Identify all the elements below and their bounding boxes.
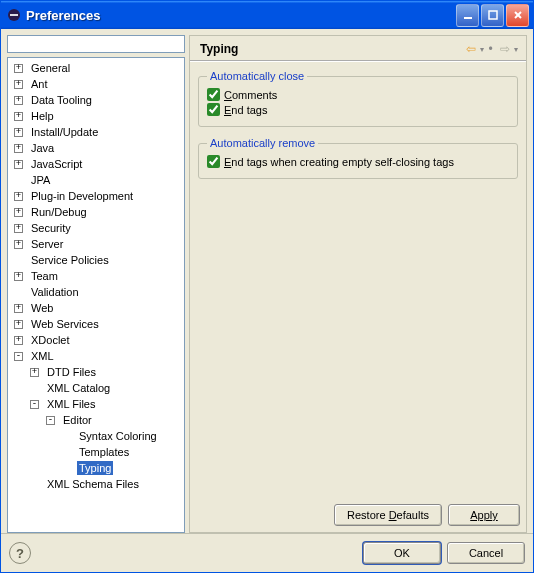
expand-icon[interactable]: + — [14, 160, 23, 169]
tree-item[interactable]: +JavaScript — [8, 156, 184, 172]
tree-item-label: Java — [29, 141, 56, 155]
tree-item[interactable]: +General — [8, 60, 184, 76]
expand-icon[interactable]: + — [30, 368, 39, 377]
expand-icon[interactable]: + — [14, 320, 23, 329]
tree-item[interactable]: Validation — [8, 284, 184, 300]
tree-item[interactable]: +Ant — [8, 76, 184, 92]
expander-spacer — [62, 432, 71, 441]
expand-icon[interactable]: + — [14, 96, 23, 105]
ok-button[interactable]: OK — [363, 542, 441, 564]
check-comments-box[interactable] — [207, 88, 220, 101]
tree-item-label: Service Policies — [29, 253, 111, 267]
check-comments-label: Comments — [224, 89, 277, 101]
svg-rect-1 — [10, 14, 18, 16]
maximize-button[interactable] — [481, 4, 504, 27]
preferences-window: Preferences +General+Ant+Data Tooling+He… — [0, 0, 534, 573]
tree-item[interactable]: +Install/Update — [8, 124, 184, 140]
tree-item[interactable]: Typing — [8, 460, 184, 476]
check-selfclosing[interactable]: End tags when creating empty self-closin… — [207, 155, 509, 168]
tree-item[interactable]: +Data Tooling — [8, 92, 184, 108]
svg-line-5 — [515, 12, 521, 18]
tree-item-label: Team — [29, 269, 60, 283]
tree-item-label: Web Services — [29, 317, 101, 331]
tree-item-label: Help — [29, 109, 56, 123]
restore-defaults-button[interactable]: Restore Defaults — [334, 504, 442, 526]
tree-item[interactable]: +Plug-in Development — [8, 188, 184, 204]
page-header: Typing ⇦ ▾ • ⇨ ▾ — [190, 36, 526, 62]
expand-icon[interactable]: + — [14, 128, 23, 137]
close-button[interactable] — [506, 4, 529, 27]
tree-item[interactable]: -XML Files — [8, 396, 184, 412]
collapse-icon[interactable]: - — [30, 400, 39, 409]
window-controls — [456, 4, 529, 27]
cancel-button[interactable]: Cancel — [447, 542, 525, 564]
back-icon[interactable]: ⇦ — [463, 42, 479, 56]
check-comments[interactable]: Comments — [207, 88, 509, 101]
window-title: Preferences — [7, 8, 456, 23]
preference-tree[interactable]: +General+Ant+Data Tooling+Help+Install/U… — [7, 57, 185, 533]
tree-item[interactable]: +Web — [8, 300, 184, 316]
expand-icon[interactable]: + — [14, 112, 23, 121]
tree-item[interactable]: -Editor — [8, 412, 184, 428]
tree-item[interactable]: XML Catalog — [8, 380, 184, 396]
minimize-button[interactable] — [456, 4, 479, 27]
group-auto-remove-legend: Automatically remove — [207, 137, 318, 149]
check-endtags-label: End tags — [224, 104, 267, 116]
tree-item-label: Run/Debug — [29, 205, 89, 219]
tree-item-label: Syntax Coloring — [77, 429, 159, 443]
back-menu-icon[interactable]: ▾ — [480, 45, 484, 54]
expander-spacer — [14, 288, 23, 297]
tree-item[interactable]: +Java — [8, 140, 184, 156]
expand-icon[interactable]: + — [14, 80, 23, 89]
tree-item[interactable]: Service Policies — [8, 252, 184, 268]
app-icon — [7, 8, 21, 22]
tree-item[interactable]: +Team — [8, 268, 184, 284]
expand-icon[interactable]: + — [14, 272, 23, 281]
expand-icon[interactable]: + — [14, 144, 23, 153]
titlebar[interactable]: Preferences — [1, 1, 533, 29]
expand-icon[interactable]: + — [14, 336, 23, 345]
tree-item[interactable]: +Security — [8, 220, 184, 236]
forward-menu-icon: ▾ — [514, 45, 518, 54]
filter-input[interactable] — [7, 35, 185, 53]
tree-item-label: Plug-in Development — [29, 189, 135, 203]
collapse-icon[interactable]: - — [46, 416, 55, 425]
group-auto-remove: Automatically remove End tags when creat… — [198, 137, 518, 179]
expand-icon[interactable]: + — [14, 64, 23, 73]
tree-item-label: Data Tooling — [29, 93, 94, 107]
tree-item[interactable]: Templates — [8, 444, 184, 460]
tree-item-label: JPA — [29, 173, 52, 187]
tree-item-label: DTD Files — [45, 365, 98, 379]
tree-item-label: Templates — [77, 445, 131, 459]
tree-item[interactable]: Syntax Coloring — [8, 428, 184, 444]
left-pane: +General+Ant+Data Tooling+Help+Install/U… — [7, 35, 185, 533]
tree-item[interactable]: -XML — [8, 348, 184, 364]
collapse-icon[interactable]: - — [14, 352, 23, 361]
help-icon[interactable]: ? — [9, 542, 31, 564]
expand-icon[interactable]: + — [14, 208, 23, 217]
tree-item-label: JavaScript — [29, 157, 84, 171]
tree-item[interactable]: +Help — [8, 108, 184, 124]
tree-item[interactable]: +DTD Files — [8, 364, 184, 380]
expand-icon[interactable]: + — [14, 240, 23, 249]
tree-item[interactable]: +Server — [8, 236, 184, 252]
expander-spacer — [30, 480, 39, 489]
tree-item[interactable]: +Run/Debug — [8, 204, 184, 220]
tree-item[interactable]: +XDoclet — [8, 332, 184, 348]
preference-page: Typing ⇦ ▾ • ⇨ ▾ Automatically close — [189, 35, 527, 533]
tree-item-label: Editor — [61, 413, 94, 427]
check-selfclosing-box[interactable] — [207, 155, 220, 168]
check-endtags-box[interactable] — [207, 103, 220, 116]
expand-icon[interactable]: + — [14, 224, 23, 233]
tree-item[interactable]: +Web Services — [8, 316, 184, 332]
tree-item[interactable]: JPA — [8, 172, 184, 188]
tree-item[interactable]: XML Schema Files — [8, 476, 184, 492]
check-endtags[interactable]: End tags — [207, 103, 509, 116]
svg-rect-3 — [489, 11, 497, 19]
group-auto-close: Automatically close Comments End tags — [198, 70, 518, 127]
expand-icon[interactable]: + — [14, 192, 23, 201]
tree-item-label: General — [29, 61, 72, 75]
apply-button[interactable]: Apply — [448, 504, 520, 526]
expand-icon[interactable]: + — [14, 304, 23, 313]
expander-spacer — [62, 464, 71, 473]
